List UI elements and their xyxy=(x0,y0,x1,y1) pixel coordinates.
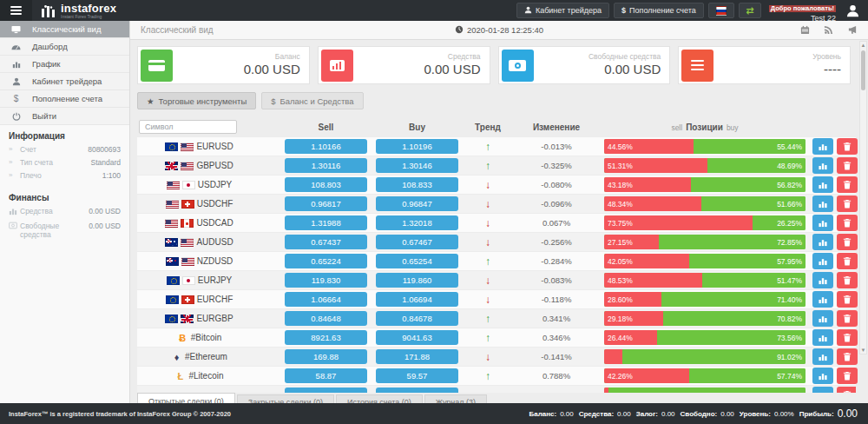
trend-cell: ↑ xyxy=(463,313,513,325)
buy-button[interactable] xyxy=(376,388,458,393)
open-chart-button[interactable] xyxy=(812,272,833,288)
open-chart-button[interactable] xyxy=(812,195,833,212)
scrollbar-thumb[interactable] xyxy=(861,50,865,90)
remove-symbol-button[interactable] xyxy=(837,215,858,231)
remove-symbol-button[interactable] xyxy=(837,253,858,269)
buy-button[interactable]: 171.88 xyxy=(376,349,458,364)
buy-button[interactable]: 1.30146 xyxy=(376,158,458,173)
open-chart-button[interactable] xyxy=(812,387,833,393)
actions-cell xyxy=(810,368,860,384)
remove-symbol-button[interactable] xyxy=(837,157,858,174)
actions-cell xyxy=(810,176,860,193)
symbol-search-input[interactable] xyxy=(139,120,237,134)
buy-cell: 0.65254 xyxy=(372,254,463,268)
symbol-group: GBPUSD xyxy=(165,161,252,170)
sell-button[interactable]: 0.96817 xyxy=(285,196,367,211)
sidebar-item-logout[interactable]: Выйти xyxy=(0,108,129,125)
buy-button[interactable]: 0.67467 xyxy=(376,235,458,249)
buy-button[interactable]: 108.833 xyxy=(376,177,458,192)
open-chart-button[interactable] xyxy=(812,215,833,231)
sell-button[interactable]: 1.30116 xyxy=(285,158,367,173)
sell-button[interactable] xyxy=(285,388,367,393)
open-chart-button[interactable] xyxy=(812,291,833,308)
open-chart-button[interactable] xyxy=(812,329,833,346)
remove-symbol-button[interactable] xyxy=(837,348,858,365)
buy-button[interactable]: 1.32018 xyxy=(376,215,458,230)
sell-button[interactable]: 0.84648 xyxy=(285,311,367,326)
language-button[interactable] xyxy=(708,3,734,18)
tab-journal[interactable]: Журнал (3) xyxy=(424,394,487,403)
sell-cell: 0.84648 xyxy=(280,311,372,326)
trading-instruments-button[interactable]: ★Торговые инструменты xyxy=(137,92,256,109)
trader-cabinet-button[interactable]: Кабинет трейдера xyxy=(516,3,609,18)
remove-symbol-button[interactable] xyxy=(837,291,858,308)
open-chart-button[interactable] xyxy=(812,157,833,174)
sidebar-item-dashboard[interactable]: Дашборд xyxy=(0,38,129,56)
sell-button[interactable]: 119.830 xyxy=(285,273,367,288)
sell-button[interactable]: 0.65224 xyxy=(285,254,367,268)
finance-row: Средства0.00 USD xyxy=(9,207,121,218)
buy-button[interactable]: 1.10196 xyxy=(376,139,458,154)
footer-stat-label: Средства: xyxy=(579,410,614,418)
remove-symbol-button[interactable] xyxy=(837,138,858,155)
calendar-icon[interactable] xyxy=(800,25,810,35)
positions-bar: 48.34%51.66% xyxy=(604,196,806,211)
tab-closed-trades[interactable]: Закрытые сделки (0) xyxy=(237,394,334,403)
sidebar-item-trader-cabinet[interactable]: Кабинет трейдера xyxy=(0,73,129,90)
sidebar-item-deposit[interactable]: $Пополнение счета xyxy=(0,90,129,108)
sidebar-item-classic-view[interactable]: Классический вид xyxy=(0,21,129,38)
remove-symbol-button[interactable] xyxy=(837,272,858,288)
rss-icon[interactable] xyxy=(824,25,833,35)
sidebar-item-chart[interactable]: График xyxy=(0,56,129,73)
sell-button[interactable]: 0.67437 xyxy=(285,235,367,249)
scrollbar[interactable]: ▲ ▼ xyxy=(859,41,867,354)
sell-positions-segment: 42.26% xyxy=(604,368,689,383)
sell-button[interactable]: 8921.63 xyxy=(285,330,367,345)
remove-symbol-button[interactable] xyxy=(837,368,858,384)
open-chart-button[interactable] xyxy=(812,138,833,155)
account-switch-button[interactable]: ⇄ xyxy=(739,3,761,18)
open-chart-button[interactable] xyxy=(812,234,833,250)
scroll-down-icon[interactable]: ▼ xyxy=(860,347,866,354)
remove-symbol-button[interactable] xyxy=(837,176,858,193)
deposit-button[interactable]: $ Пополнение счета xyxy=(614,3,704,18)
info-section-title: Информация xyxy=(9,131,121,141)
symbol-cell: Ƀ#Bitcoin xyxy=(137,333,280,343)
sell-button[interactable]: 58.87 xyxy=(285,368,367,383)
buy-button[interactable]: 1.06694 xyxy=(376,292,458,307)
megaphone-icon[interactable] xyxy=(847,25,858,35)
bars-chart-icon xyxy=(0,60,32,69)
symbol-cell: ♦#Ethereum xyxy=(137,352,280,362)
open-chart-button[interactable] xyxy=(812,348,833,365)
tab-open-trades[interactable]: Открытые сделки (0) xyxy=(137,393,235,403)
open-chart-button[interactable] xyxy=(812,310,833,327)
info-row: »Плечо1:100 xyxy=(9,171,121,180)
open-chart-button[interactable] xyxy=(812,368,833,384)
ch-flag-icon xyxy=(181,295,194,304)
buy-button[interactable]: 119.860 xyxy=(376,273,458,288)
balance-funds-button[interactable]: $Баланс и Средства xyxy=(261,92,363,109)
open-chart-button[interactable] xyxy=(812,176,833,193)
sell-button[interactable]: 169.88 xyxy=(285,349,367,364)
remove-symbol-button[interactable] xyxy=(837,387,856,393)
open-chart-button[interactable] xyxy=(812,253,833,269)
tab-account-history[interactable]: История счета (0) xyxy=(336,394,423,403)
sell-button[interactable]: 1.10166 xyxy=(285,139,367,154)
buy-button[interactable]: 0.96847 xyxy=(376,196,458,211)
buy-button[interactable]: 9041.63 xyxy=(376,330,458,345)
sell-button[interactable]: 108.803 xyxy=(285,177,367,192)
buy-button[interactable]: 59.57 xyxy=(376,368,458,383)
remove-symbol-button[interactable] xyxy=(837,234,858,250)
buy-button[interactable]: 0.65254 xyxy=(376,254,458,268)
sell-button[interactable]: 1.06664 xyxy=(285,292,367,307)
avatar-icon[interactable] xyxy=(844,2,861,19)
us-flag-icon xyxy=(181,257,194,266)
remove-symbol-button[interactable] xyxy=(837,310,858,327)
menu-toggle-icon[interactable] xyxy=(0,0,32,21)
remove-symbol-button[interactable] xyxy=(837,329,858,346)
buy-button[interactable]: 0.84678 xyxy=(376,311,458,326)
buy-positions-segment: 48.69% xyxy=(707,158,806,173)
scroll-up-icon[interactable]: ▲ xyxy=(860,42,866,49)
sell-button[interactable]: 1.31988 xyxy=(285,215,367,230)
remove-symbol-button[interactable] xyxy=(837,195,858,212)
